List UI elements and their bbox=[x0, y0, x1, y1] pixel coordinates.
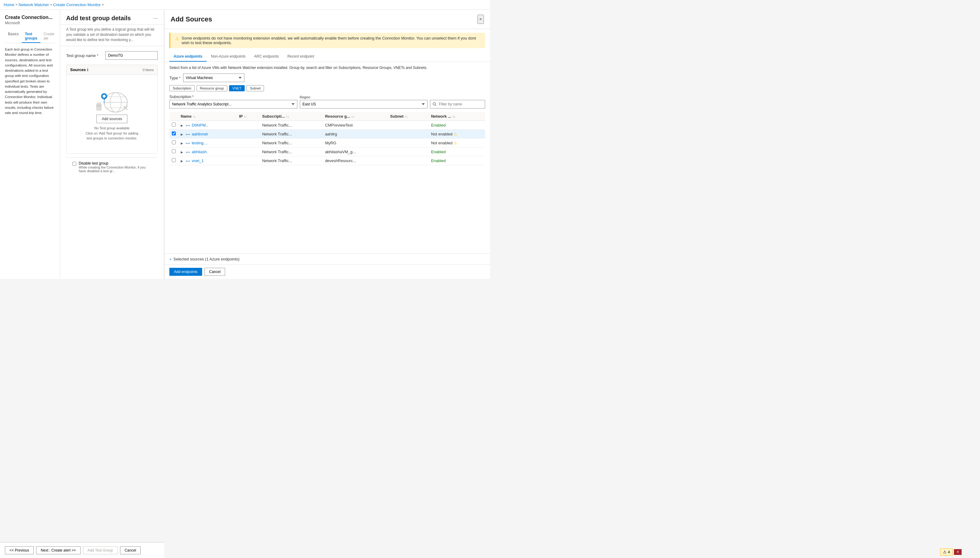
tab-arc-endpoints[interactable]: ARC endpoints bbox=[250, 52, 283, 62]
row1-expand-btn[interactable]: ▶ bbox=[181, 124, 183, 127]
test-group-name-label: Test group name * bbox=[66, 53, 103, 58]
row4-ip-cell bbox=[236, 148, 260, 156]
sidebar-title: Create Connection... bbox=[5, 15, 55, 20]
sources-info-icon: ℹ bbox=[87, 68, 88, 72]
region-label: Region bbox=[300, 95, 428, 99]
no-test-group-text: No Test group availableClick on 'Add Tes… bbox=[85, 126, 138, 141]
row4-sub-cell: Network Traffic... bbox=[260, 148, 322, 156]
row3-name-cell: ▶ ⟺ testing.... bbox=[178, 138, 236, 148]
row1-network-cell: Enabled bbox=[429, 121, 485, 130]
region-select[interactable]: East US bbox=[300, 100, 428, 108]
col-resource-group[interactable]: Resource g... ↑↓ bbox=[322, 112, 388, 121]
table-header: Name ↑↓ IP ↑↓ Subscripti... ↑↓ Reso bbox=[169, 112, 485, 121]
col-subnet[interactable]: Subnet ↑↓ bbox=[388, 112, 429, 121]
close-panel-button[interactable]: × bbox=[478, 15, 484, 24]
row5-network-cell: Enabled bbox=[429, 156, 485, 165]
row4-network-cell: Enabled bbox=[429, 148, 485, 156]
main-more-options[interactable]: ··· bbox=[153, 15, 158, 21]
row3-checkbox[interactable] bbox=[172, 140, 176, 144]
row2-expand-btn[interactable]: ▶ bbox=[181, 133, 183, 136]
warning-icon: ⚠ bbox=[175, 36, 179, 41]
col-ip[interactable]: IP ↑↓ bbox=[236, 112, 260, 121]
row3-check-cell bbox=[169, 138, 178, 148]
tab-create-ale: Create ale bbox=[41, 30, 57, 43]
disable-test-group-checkbox[interactable] bbox=[72, 162, 76, 166]
chip-subscription[interactable]: Subscription bbox=[169, 85, 195, 91]
row3-vm-link[interactable]: testing.... bbox=[192, 141, 208, 145]
row1-checkbox[interactable] bbox=[172, 123, 176, 126]
row1-subnet-cell bbox=[388, 121, 429, 130]
col-name[interactable]: Name ↑↓ bbox=[178, 112, 236, 121]
row5-checkbox[interactable] bbox=[172, 158, 176, 162]
tab-recent-endpoint[interactable]: Recent endpoint bbox=[283, 52, 318, 62]
vm-table: Name ↑↓ IP ↑↓ Subscripti... ↑↓ Reso bbox=[169, 112, 485, 165]
row1-name-cell: ▶ ⟺ DtINPM.. bbox=[178, 121, 236, 130]
breadcrumb-create-connection-monitor[interactable]: Create Connection Monitor bbox=[53, 2, 101, 7]
subscription-select[interactable]: Network Traffic Analytics Subscript... bbox=[169, 100, 297, 108]
table-row: ▶ ⟺ aahilvnet Network Traffic... aahilrg… bbox=[169, 130, 485, 138]
breadcrumb-network-watcher[interactable]: Network Watcher bbox=[19, 2, 49, 7]
main-panel: Add test group details ··· A Test group … bbox=[60, 10, 164, 279]
col-subscription[interactable]: Subscripti... ↑↓ bbox=[260, 112, 322, 121]
svg-rect-10 bbox=[96, 104, 101, 111]
row3-expand-btn[interactable]: ▶ bbox=[181, 141, 183, 145]
row5-vm-icon: ⟺ bbox=[186, 159, 190, 163]
row5-network-status: Enabled bbox=[431, 158, 446, 163]
row4-expand-btn[interactable]: ▶ bbox=[181, 151, 183, 154]
type-label: Type * bbox=[169, 75, 181, 80]
row5-subnet-cell bbox=[388, 156, 429, 165]
table-row: ▶ ⟺ abhilash. Network Traffic... abhilas… bbox=[169, 148, 485, 156]
row3-vm-icon: ⟺ bbox=[186, 141, 190, 145]
row2-vm-link[interactable]: aahilvnet bbox=[192, 132, 208, 136]
sidebar: Create Connection... Microsoft Basics Te… bbox=[0, 10, 60, 279]
main-description: A Test group lets you define a logical g… bbox=[60, 25, 164, 46]
sort-subnet-icon: ↑↓ bbox=[405, 115, 408, 118]
col-network[interactable]: Network ... ↑↓ bbox=[429, 112, 485, 121]
tab-description: Select from a list of Azure VMs with Net… bbox=[169, 66, 485, 70]
row4-checkbox[interactable] bbox=[172, 149, 176, 153]
table-row: ▶ ⟺ DtINPM.. Network Traffic... CMPrevie… bbox=[169, 121, 485, 130]
panel-body: Select from a list of Azure VMs with Net… bbox=[164, 62, 490, 253]
chip-vnet[interactable]: VNET bbox=[229, 85, 245, 91]
row3-ip-cell bbox=[236, 138, 260, 148]
row4-vm-link[interactable]: abhilash. bbox=[192, 149, 208, 154]
row2-network-status: Not enabled bbox=[431, 132, 452, 136]
row2-vm-icon: ⟺ bbox=[186, 133, 190, 136]
tab-basics[interactable]: Basics bbox=[5, 30, 22, 43]
add-endpoints-button[interactable]: Add endpoints bbox=[169, 268, 202, 276]
filter-by-name-input[interactable] bbox=[430, 100, 485, 108]
sort-ip-icon: ↑↓ bbox=[244, 115, 247, 118]
chip-subnet[interactable]: Subnet bbox=[247, 85, 264, 91]
row2-checkbox[interactable] bbox=[172, 131, 176, 135]
row5-vm-link[interactable]: vnet_1 bbox=[192, 158, 204, 163]
row2-warning-icon: ⚠ bbox=[453, 132, 457, 136]
add-sources-button[interactable]: Add sources bbox=[97, 115, 128, 123]
row4-name-cell: ▶ ⟺ abhilash. bbox=[178, 148, 236, 156]
selected-sources-label: Selected sources (1 Azure endpoints) bbox=[173, 257, 239, 261]
region-field: Region East US bbox=[300, 95, 428, 108]
main-header: Add test group details ··· bbox=[60, 10, 164, 25]
tab-test-groups[interactable]: Test groups bbox=[22, 30, 41, 43]
row2-subnet-cell bbox=[388, 130, 429, 138]
table-row: ▶ ⟺ testing.... Network Traffic... MyRG … bbox=[169, 138, 485, 148]
chip-resource-group[interactable]: Resource group bbox=[196, 85, 227, 91]
panel-cancel-button[interactable]: Cancel bbox=[205, 268, 225, 276]
row1-vm-link[interactable]: DtINPM.. bbox=[192, 123, 208, 128]
type-select[interactable]: Virtual Machines bbox=[183, 74, 244, 82]
row3-sub-cell: Network Traffic... bbox=[260, 138, 322, 148]
row3-network-status: Not enabled bbox=[431, 141, 452, 145]
row2-rg-cell: aahilrg bbox=[322, 130, 388, 138]
row4-vm-icon: ⟺ bbox=[186, 151, 190, 154]
globe-pin-illustration bbox=[94, 87, 131, 115]
row1-vm-icon: ⟺ bbox=[186, 124, 190, 127]
tab-azure-endpoints[interactable]: Azure endpoints bbox=[169, 52, 207, 62]
sources-count: 0 Items bbox=[143, 68, 154, 72]
breadcrumb-home[interactable]: Home bbox=[4, 2, 15, 7]
row5-expand-btn[interactable]: ▶ bbox=[181, 159, 183, 163]
tab-non-azure-endpoints[interactable]: Non-Azure endpoints bbox=[207, 52, 250, 62]
test-group-name-input[interactable] bbox=[105, 51, 158, 60]
row1-ip-cell bbox=[236, 121, 260, 130]
row1-network-status: Enabled bbox=[431, 123, 446, 128]
chevron-up-icon[interactable]: ∧ bbox=[169, 258, 172, 261]
row3-rg-cell: MyRG bbox=[322, 138, 388, 148]
